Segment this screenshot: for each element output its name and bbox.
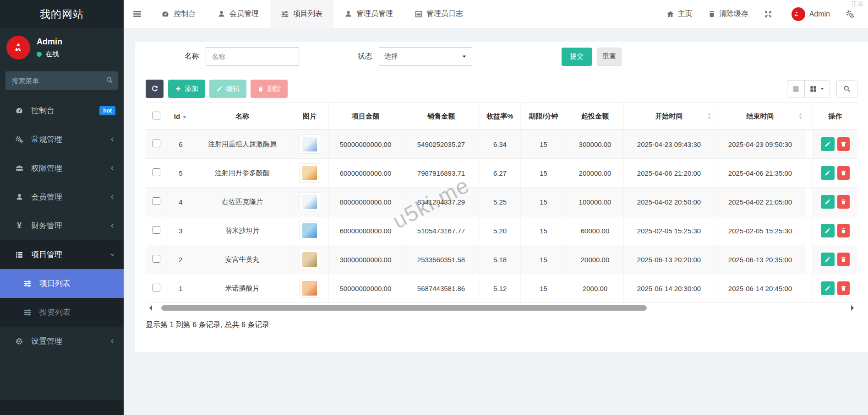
cell-sales: 7987916893.71 (403, 159, 480, 188)
column-header-amount[interactable]: 项目金额 (328, 103, 403, 130)
admin-profile[interactable]: Admin (792, 7, 830, 21)
delete-row-button[interactable] (837, 195, 850, 209)
row-checkbox[interactable] (153, 140, 160, 147)
cell-sales: 5490252035.27 (403, 130, 480, 159)
delete-row-button[interactable] (837, 137, 850, 151)
column-header-op[interactable]: 操作 (813, 103, 857, 130)
sidebar-item-member[interactable]: 会员管理 (0, 183, 124, 211)
sidebar-item-invest-list[interactable]: 投资列表 (0, 298, 124, 327)
product-image[interactable] (299, 135, 320, 154)
delete-row-button[interactable] (837, 253, 850, 266)
search-icon (843, 85, 851, 92)
cell-rate: 5.18 (480, 245, 520, 274)
product-image[interactable] (299, 221, 320, 240)
sliders-icon (22, 308, 33, 317)
sidebar-item-general[interactable]: 常规管理 (0, 125, 124, 154)
cell-name: 安宫牛黄丸 (194, 245, 291, 274)
column-header-period[interactable]: 期限/分钟 (520, 103, 567, 130)
product-image[interactable] (299, 279, 320, 298)
select-all-checkbox[interactable] (153, 112, 160, 119)
sidebar-item-project-list[interactable]: 项目列表 (0, 269, 124, 298)
search-icon[interactable] (106, 76, 113, 84)
name-filter-label: 名称 (185, 52, 199, 61)
sidebar-item-console[interactable]: 控制台hot (0, 96, 124, 125)
column-header-end[interactable]: 结束时间 (715, 103, 806, 130)
product-image[interactable] (299, 192, 320, 211)
edit-button-disabled[interactable]: 编辑 (209, 80, 246, 98)
menu-toggle-button[interactable] (124, 0, 150, 28)
tab-member[interactable]: 会员管理 (207, 0, 270, 28)
edit-row-button[interactable] (821, 224, 835, 237)
sidebar-item-auth[interactable]: 权限管理 (0, 154, 124, 183)
table-search-button[interactable] (836, 80, 857, 97)
tab-admin-manage[interactable]: 管理员管理 (333, 0, 404, 28)
cell-period: 15 (520, 216, 567, 245)
fullscreen-button[interactable] (764, 10, 776, 18)
horizontal-scrollbar (146, 305, 857, 311)
cell-name: 右佐匹克隆片 (194, 188, 291, 216)
delete-button-disabled[interactable]: 删除 (251, 80, 288, 98)
cell-end: 2025-06-13 20:35:00 (715, 245, 806, 274)
sidebar-item-project[interactable]: 项目管理 (0, 240, 124, 269)
delete-row-button[interactable] (837, 224, 850, 237)
records-summary: 显示第 1 到第 6 条记录, 总共 6 条记录 (146, 320, 857, 330)
product-image[interactable] (299, 250, 320, 269)
row-checkbox[interactable] (153, 226, 160, 234)
edit-row-button[interactable] (821, 281, 835, 295)
delete-row-button[interactable] (837, 281, 850, 295)
edit-row-button[interactable] (821, 137, 835, 151)
refresh-button[interactable] (146, 80, 164, 98)
cell-end: 2025-06-14 20:45:00 (715, 274, 806, 303)
add-button[interactable]: 添加 (168, 80, 205, 98)
tab-console[interactable]: 控制台 (150, 0, 207, 28)
clear-cache-link[interactable]: 清除缓存 (708, 9, 748, 19)
product-image[interactable] (299, 163, 320, 183)
tab-admin-log[interactable]: 管理员日志 (404, 0, 474, 28)
row-checkbox[interactable] (153, 255, 160, 263)
product-image-content (302, 223, 317, 238)
name-filter-input[interactable] (206, 47, 299, 66)
scrollbar-track[interactable] (156, 305, 847, 311)
row-checkbox[interactable] (153, 168, 160, 176)
scroll-left-icon[interactable] (147, 305, 152, 311)
sidebar-item-finance[interactable]: ¥财务管理 (0, 211, 124, 240)
scroll-right-icon[interactable] (851, 305, 857, 311)
select-all-header[interactable] (146, 103, 168, 130)
column-header-start[interactable]: 开始时间 (623, 103, 715, 130)
column-header-sales[interactable]: 销售金额 (403, 103, 480, 130)
column-header-min[interactable]: 起投金额 (567, 103, 623, 130)
row-checkbox[interactable] (153, 284, 160, 291)
status-select[interactable]: 选择 (379, 47, 472, 66)
edit-row-button[interactable] (821, 166, 835, 180)
submit-button[interactable]: 提交 (562, 48, 592, 66)
chevron-left-icon (109, 194, 115, 200)
toggle-view-button[interactable] (787, 80, 805, 97)
chevron-left-icon (109, 338, 115, 344)
column-header-id[interactable]: Id (168, 103, 194, 130)
column-header-label: Id (174, 113, 180, 120)
reset-button[interactable]: 重置 (597, 48, 622, 66)
column-header-name[interactable]: 名称 (194, 103, 291, 130)
admin-avatar (792, 7, 805, 21)
cell-operations (813, 188, 857, 216)
row-checkbox[interactable] (153, 197, 160, 205)
delete-row-button[interactable] (837, 166, 850, 180)
tab-project-list[interactable]: 项目列表 (270, 0, 333, 28)
home-link[interactable]: 主页 (666, 9, 693, 19)
column-header-image[interactable]: 图片 (291, 103, 328, 130)
sidebar-item-settings[interactable]: 设置管理 (0, 327, 124, 356)
cell-period: 15 (520, 245, 567, 274)
cell-end: 2025-04-02 21:05:00 (715, 188, 806, 216)
yen-icon: ¥ (14, 221, 25, 231)
scrollbar-thumb[interactable] (161, 305, 647, 311)
column-header-rate[interactable]: 收益率% (480, 103, 520, 130)
menu-search-input[interactable] (5, 71, 118, 90)
columns-dropdown-button[interactable] (805, 80, 830, 97)
edit-row-button[interactable] (821, 195, 835, 209)
sidebar-footer (0, 400, 124, 415)
cell-operations (813, 216, 857, 245)
edit-row-button[interactable] (821, 253, 835, 266)
sort-icon (798, 113, 803, 120)
tab-label: 会员管理 (229, 9, 259, 19)
settings-menu-button[interactable] (846, 10, 858, 18)
